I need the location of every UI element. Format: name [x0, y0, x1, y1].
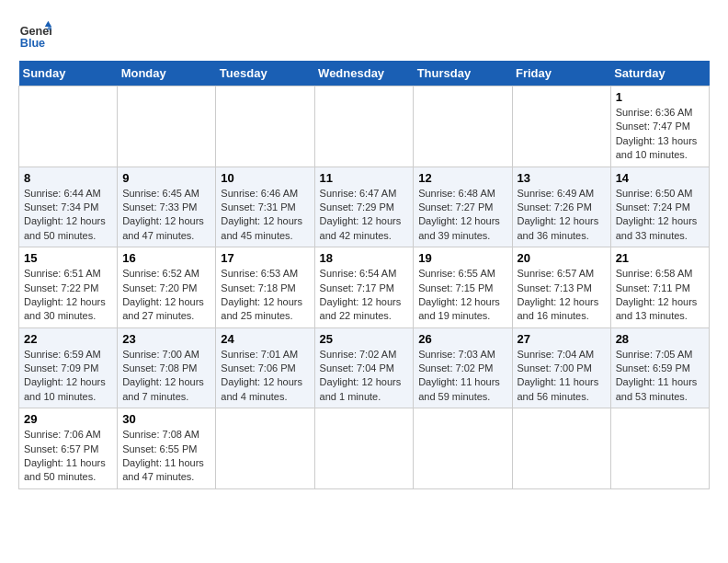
col-header-thursday: Thursday	[414, 61, 512, 86]
day-info: Sunrise: 6:46 AM Sunset: 7:31 PM Dayligh…	[221, 187, 309, 244]
day-cell-1: 1Sunrise: 6:36 AM Sunset: 7:47 PM Daylig…	[610, 86, 709, 167]
day-info: Sunrise: 6:59 AM Sunset: 7:09 PM Dayligh…	[24, 348, 112, 405]
day-number: 25	[320, 332, 409, 346]
day-info: Sunrise: 7:02 AM Sunset: 7:04 PM Dayligh…	[320, 348, 409, 405]
day-number: 30	[122, 412, 210, 426]
day-cell-22: 22Sunrise: 6:59 AM Sunset: 7:09 PM Dayli…	[19, 327, 118, 408]
day-cell-28: 28Sunrise: 7:05 AM Sunset: 6:59 PM Dayli…	[610, 327, 709, 408]
empty-cell	[216, 408, 314, 489]
day-info: Sunrise: 6:58 AM Sunset: 7:11 PM Dayligh…	[616, 267, 704, 324]
calendar-week-1: 1Sunrise: 6:36 AM Sunset: 7:47 PM Daylig…	[19, 86, 710, 167]
day-info: Sunrise: 6:44 AM Sunset: 7:34 PM Dayligh…	[24, 187, 112, 244]
empty-cell	[610, 408, 709, 489]
day-number: 1	[616, 90, 704, 104]
col-header-wednesday: Wednesday	[314, 61, 414, 86]
day-cell-17: 17Sunrise: 6:53 AM Sunset: 7:18 PM Dayli…	[216, 247, 314, 328]
day-cell-23: 23Sunrise: 7:00 AM Sunset: 7:08 PM Dayli…	[118, 327, 216, 408]
day-number: 29	[24, 412, 112, 426]
day-info: Sunrise: 6:54 AM Sunset: 7:17 PM Dayligh…	[320, 267, 409, 324]
day-info: Sunrise: 7:00 AM Sunset: 7:08 PM Dayligh…	[122, 348, 210, 405]
day-info: Sunrise: 6:51 AM Sunset: 7:22 PM Dayligh…	[24, 267, 112, 324]
day-number: 26	[418, 332, 506, 346]
day-number: 14	[616, 171, 704, 185]
day-number: 20	[518, 251, 606, 265]
day-cell-9: 9Sunrise: 6:45 AM Sunset: 7:33 PM Daylig…	[118, 167, 216, 247]
col-header-sunday: Sunday	[19, 61, 118, 86]
day-number: 24	[221, 332, 309, 346]
day-info: Sunrise: 6:55 AM Sunset: 7:15 PM Dayligh…	[418, 267, 506, 324]
empty-cell	[314, 86, 414, 167]
header-row: SundayMondayTuesdayWednesdayThursdayFrid…	[19, 61, 710, 86]
day-cell-16: 16Sunrise: 6:52 AM Sunset: 7:20 PM Dayli…	[118, 247, 216, 328]
day-number: 28	[616, 332, 704, 346]
day-number: 9	[122, 171, 210, 185]
day-info: Sunrise: 7:06 AM Sunset: 6:57 PM Dayligh…	[24, 428, 112, 485]
empty-cell	[512, 408, 610, 489]
day-number: 27	[518, 332, 606, 346]
day-number: 8	[24, 171, 112, 185]
page-header: General Blue	[18, 18, 710, 52]
day-cell-30: 30Sunrise: 7:08 AM Sunset: 6:55 PM Dayli…	[118, 408, 216, 489]
day-cell-15: 15Sunrise: 6:51 AM Sunset: 7:22 PM Dayli…	[19, 247, 118, 328]
day-info: Sunrise: 7:01 AM Sunset: 7:06 PM Dayligh…	[221, 348, 309, 405]
day-info: Sunrise: 7:08 AM Sunset: 6:55 PM Dayligh…	[122, 428, 210, 485]
day-number: 16	[122, 251, 210, 265]
day-cell-8: 8Sunrise: 6:44 AM Sunset: 7:34 PM Daylig…	[19, 167, 118, 247]
calendar-week-2: 8Sunrise: 6:44 AM Sunset: 7:34 PM Daylig…	[19, 167, 710, 247]
col-header-monday: Monday	[118, 61, 216, 86]
day-cell-26: 26Sunrise: 7:03 AM Sunset: 7:02 PM Dayli…	[414, 327, 512, 408]
day-info: Sunrise: 7:05 AM Sunset: 6:59 PM Dayligh…	[616, 348, 704, 405]
day-cell-19: 19Sunrise: 6:55 AM Sunset: 7:15 PM Dayli…	[414, 247, 512, 328]
empty-cell	[19, 86, 118, 167]
day-info: Sunrise: 6:45 AM Sunset: 7:33 PM Dayligh…	[122, 187, 210, 244]
day-info: Sunrise: 6:47 AM Sunset: 7:29 PM Dayligh…	[320, 187, 409, 244]
logo-icon: General Blue	[18, 18, 51, 52]
logo: General Blue	[18, 18, 55, 52]
day-number: 12	[418, 171, 506, 185]
day-cell-27: 27Sunrise: 7:04 AM Sunset: 7:00 PM Dayli…	[512, 327, 610, 408]
day-cell-20: 20Sunrise: 6:57 AM Sunset: 7:13 PM Dayli…	[512, 247, 610, 328]
day-number: 17	[221, 251, 309, 265]
day-number: 15	[24, 251, 112, 265]
day-number: 22	[24, 332, 112, 346]
day-number: 10	[221, 171, 309, 185]
day-cell-10: 10Sunrise: 6:46 AM Sunset: 7:31 PM Dayli…	[216, 167, 314, 247]
calendar-table: SundayMondayTuesdayWednesdayThursdayFrid…	[18, 61, 710, 489]
calendar-week-3: 15Sunrise: 6:51 AM Sunset: 7:22 PM Dayli…	[19, 247, 710, 328]
empty-cell	[414, 86, 512, 167]
day-info: Sunrise: 6:53 AM Sunset: 7:18 PM Dayligh…	[221, 267, 309, 324]
calendar-week-5: 29Sunrise: 7:06 AM Sunset: 6:57 PM Dayli…	[19, 408, 710, 489]
col-header-tuesday: Tuesday	[216, 61, 314, 86]
calendar-week-4: 22Sunrise: 6:59 AM Sunset: 7:09 PM Dayli…	[19, 327, 710, 408]
day-number: 23	[122, 332, 210, 346]
day-number: 21	[616, 251, 704, 265]
day-number: 13	[518, 171, 606, 185]
day-info: Sunrise: 6:48 AM Sunset: 7:27 PM Dayligh…	[418, 187, 506, 244]
day-info: Sunrise: 6:52 AM Sunset: 7:20 PM Dayligh…	[122, 267, 210, 324]
day-number: 19	[418, 251, 506, 265]
day-cell-29: 29Sunrise: 7:06 AM Sunset: 6:57 PM Dayli…	[19, 408, 118, 489]
day-cell-18: 18Sunrise: 6:54 AM Sunset: 7:17 PM Dayli…	[314, 247, 414, 328]
day-number: 11	[320, 171, 409, 185]
col-header-friday: Friday	[512, 61, 610, 86]
day-info: Sunrise: 6:36 AM Sunset: 7:47 PM Dayligh…	[616, 106, 704, 163]
empty-cell	[118, 86, 216, 167]
day-info: Sunrise: 6:50 AM Sunset: 7:24 PM Dayligh…	[616, 187, 704, 244]
day-cell-11: 11Sunrise: 6:47 AM Sunset: 7:29 PM Dayli…	[314, 167, 414, 247]
empty-cell	[216, 86, 314, 167]
day-cell-21: 21Sunrise: 6:58 AM Sunset: 7:11 PM Dayli…	[610, 247, 709, 328]
day-cell-25: 25Sunrise: 7:02 AM Sunset: 7:04 PM Dayli…	[314, 327, 414, 408]
empty-cell	[512, 86, 610, 167]
day-info: Sunrise: 6:49 AM Sunset: 7:26 PM Dayligh…	[518, 187, 606, 244]
day-cell-12: 12Sunrise: 6:48 AM Sunset: 7:27 PM Dayli…	[414, 167, 512, 247]
day-number: 18	[320, 251, 409, 265]
day-cell-24: 24Sunrise: 7:01 AM Sunset: 7:06 PM Dayli…	[216, 327, 314, 408]
col-header-saturday: Saturday	[610, 61, 709, 86]
svg-text:Blue: Blue	[20, 37, 45, 50]
empty-cell	[414, 408, 512, 489]
day-cell-13: 13Sunrise: 6:49 AM Sunset: 7:26 PM Dayli…	[512, 167, 610, 247]
day-info: Sunrise: 7:03 AM Sunset: 7:02 PM Dayligh…	[418, 348, 506, 405]
day-info: Sunrise: 6:57 AM Sunset: 7:13 PM Dayligh…	[518, 267, 606, 324]
day-cell-14: 14Sunrise: 6:50 AM Sunset: 7:24 PM Dayli…	[610, 167, 709, 247]
empty-cell	[314, 408, 414, 489]
